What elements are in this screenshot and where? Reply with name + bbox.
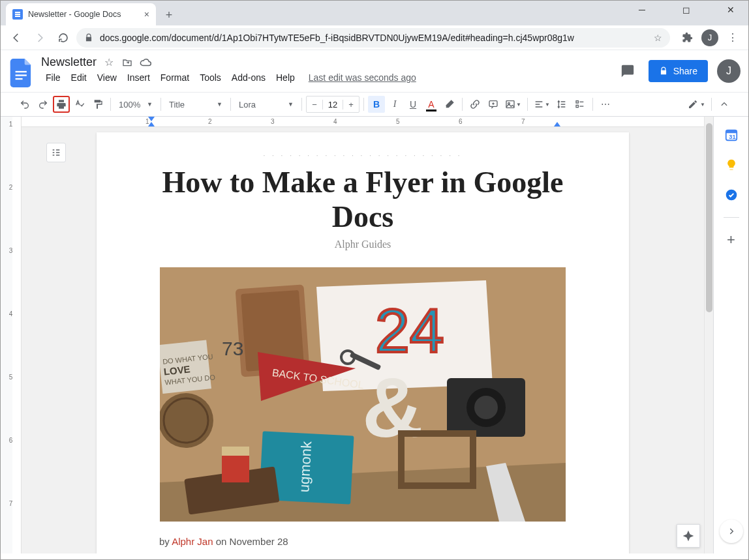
svg-text:24: 24 xyxy=(375,296,444,365)
document-canvas[interactable]: · · · · · · · · · · · · · · · · · · · · … xyxy=(22,127,704,553)
hide-menus-button[interactable] xyxy=(716,96,733,113)
svg-rect-7 xyxy=(576,105,578,107)
document-image[interactable]: 24 & BACK TO SCHOOL ugmonk xyxy=(160,267,566,522)
font-size-control: − 12 + xyxy=(306,96,359,113)
close-window-button[interactable]: ✕ xyxy=(718,5,743,15)
svg-rect-0 xyxy=(16,71,27,72)
menu-addons[interactable]: Add-ons xyxy=(227,70,270,85)
calendar-icon[interactable]: 31 xyxy=(724,127,739,143)
svg-text:31: 31 xyxy=(729,134,735,140)
svg-text:73: 73 xyxy=(222,338,243,359)
menu-edit[interactable]: Edit xyxy=(67,70,91,85)
star-document-icon[interactable]: ☆ xyxy=(103,57,115,68)
print-button[interactable] xyxy=(53,96,70,113)
explore-button[interactable] xyxy=(677,524,700,548)
font-size-decrease[interactable]: − xyxy=(307,100,322,110)
spellcheck-button[interactable] xyxy=(71,96,88,113)
redo-button[interactable] xyxy=(35,96,52,113)
forward-button[interactable] xyxy=(29,27,50,48)
new-tab-button[interactable]: + xyxy=(160,6,178,24)
share-button[interactable]: Share xyxy=(649,60,708,82)
browser-toolbar: docs.google.com/document/d/1Ap1Obi7HTytw… xyxy=(1,25,748,50)
hide-side-panel-button[interactable] xyxy=(720,520,743,543)
paint-format-button[interactable] xyxy=(89,96,106,113)
scrollbar-thumb[interactable] xyxy=(706,123,712,312)
browser-profile-avatar[interactable]: J xyxy=(701,29,718,46)
bold-button[interactable]: B xyxy=(368,96,385,113)
menu-view[interactable]: View xyxy=(93,70,121,85)
reload-button[interactable] xyxy=(53,27,74,48)
document-subtitle[interactable]: Alphr Guides xyxy=(159,239,566,250)
address-bar[interactable]: docs.google.com/document/d/1Ap1Obi7HTytw… xyxy=(76,28,670,48)
font-size-increase[interactable]: + xyxy=(343,100,359,110)
workspace: 1 2 3 4 5 6 7 1 2 3 4 5 6 7 · · · · · · … xyxy=(1,117,748,553)
side-panel: 31 + xyxy=(713,117,748,553)
svg-rect-6 xyxy=(576,101,578,103)
chrome-menu-button[interactable]: ⋮ xyxy=(722,27,743,48)
back-button[interactable] xyxy=(6,27,27,48)
bookmark-star-icon[interactable]: ☆ xyxy=(654,33,662,43)
right-indent-icon[interactable] xyxy=(554,122,560,126)
paragraph-style-select[interactable]: Title▼ xyxy=(165,96,226,113)
tasks-icon[interactable] xyxy=(724,187,739,203)
line-spacing-button[interactable] xyxy=(553,96,570,113)
tab-title: Newsletter - Google Docs xyxy=(28,10,121,19)
menu-format[interactable]: Format xyxy=(156,70,194,85)
svg-rect-4 xyxy=(506,101,514,108)
last-edit-link[interactable]: Last edit was seconds ago xyxy=(309,70,416,85)
show-outline-button[interactable] xyxy=(46,143,66,162)
menu-help[interactable]: Help xyxy=(271,70,299,85)
document-page[interactable]: · · · · · · · · · · · · · · · · · · · · … xyxy=(97,132,629,553)
browser-tab[interactable]: Newsletter - Google Docs × xyxy=(6,3,156,25)
move-document-icon[interactable] xyxy=(121,57,133,68)
comment-history-button[interactable] xyxy=(616,59,639,83)
menu-file[interactable]: File xyxy=(41,70,65,85)
editing-mode-button[interactable]: ▼ xyxy=(686,96,707,113)
zoom-select[interactable]: 100%▼ xyxy=(115,96,157,113)
divider-dots: · · · · · · · · · · · · · · · · · · · · … xyxy=(159,152,566,159)
document-byline[interactable]: by Alphr Jan on November 28 xyxy=(159,536,566,548)
document-title[interactable]: Newsletter xyxy=(41,55,97,69)
svg-rect-1 xyxy=(16,74,27,76)
maximize-button[interactable]: ◻ xyxy=(674,5,699,15)
checklist-button[interactable] xyxy=(572,96,588,113)
text-color-button[interactable]: A xyxy=(423,96,440,113)
underline-button[interactable]: U xyxy=(405,96,421,113)
window-controls: ─ ◻ ✕ xyxy=(630,5,743,15)
undo-button[interactable] xyxy=(16,96,33,113)
add-addon-icon[interactable]: + xyxy=(724,232,739,248)
close-tab-button[interactable]: × xyxy=(144,9,149,20)
menu-tools[interactable]: Tools xyxy=(195,70,226,85)
docs-favicon-icon xyxy=(12,9,23,20)
account-avatar[interactable]: J xyxy=(717,59,741,83)
svg-rect-37 xyxy=(726,130,737,134)
docs-header: Newsletter ☆ File Edit View Insert Forma… xyxy=(1,50,748,92)
svg-text:ugmonk: ugmonk xyxy=(296,440,314,492)
font-family-select[interactable]: Lora▼ xyxy=(235,96,298,113)
lock-icon xyxy=(84,33,93,42)
insert-link-button[interactable] xyxy=(466,96,483,113)
font-size-value[interactable]: 12 xyxy=(322,100,343,110)
italic-button[interactable]: I xyxy=(386,96,403,113)
more-button[interactable]: ⋯ xyxy=(597,96,614,113)
extensions-area: J ⋮ xyxy=(673,27,743,48)
extensions-button[interactable] xyxy=(677,27,697,48)
align-button[interactable]: ▼ xyxy=(532,96,552,113)
vertical-ruler[interactable]: 1 2 3 4 5 6 7 xyxy=(1,117,22,553)
document-heading[interactable]: How to Make a Flyer in Google Docs xyxy=(159,166,566,235)
svg-point-16 xyxy=(474,396,498,419)
vertical-scrollbar[interactable] xyxy=(704,117,713,553)
docs-logo-icon[interactable] xyxy=(8,57,35,89)
insert-image-button[interactable]: ▼ xyxy=(503,96,523,113)
cloud-status-icon[interactable] xyxy=(140,57,151,68)
svg-point-26 xyxy=(160,393,213,448)
svg-text:&: & xyxy=(362,360,423,455)
minimize-button[interactable]: ─ xyxy=(630,5,654,15)
svg-rect-2 xyxy=(16,78,23,80)
menu-insert[interactable]: Insert xyxy=(123,70,155,85)
url-text: docs.google.com/document/d/1Ap1Obi7HTytw… xyxy=(100,33,574,43)
horizontal-ruler[interactable]: 1 2 3 4 5 6 7 xyxy=(22,117,704,127)
highlight-color-button[interactable] xyxy=(441,96,458,113)
add-comment-button[interactable] xyxy=(485,96,502,113)
keep-icon[interactable] xyxy=(724,157,739,173)
